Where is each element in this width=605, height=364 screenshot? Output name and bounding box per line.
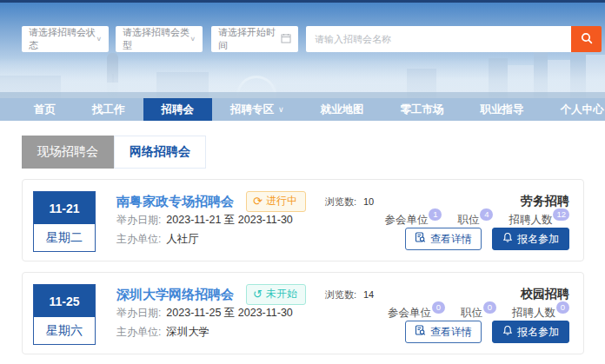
search-icon <box>580 31 594 48</box>
nav-item-home[interactable]: 首页 <box>16 98 74 121</box>
fair-date: 11-21 <box>34 192 95 224</box>
fair-status-select[interactable]: 请选择招聘会状态 ∨ <box>22 26 109 52</box>
fair-card: 11-21 星期二 南粤家政专场招聘会 ⟳ 进行中 浏览数:10 劳务招聘 举办… <box>22 179 584 261</box>
fair-title-link[interactable]: 南粤家政专场招聘会 <box>116 194 234 210</box>
stat-count-badge: 0 <box>432 301 445 314</box>
stat-headcount: 招聘人数 12 <box>509 213 569 228</box>
fair-date-block: 11-25 星期六 <box>33 284 96 345</box>
document-search-icon <box>415 232 430 246</box>
nav-item-career-guidance[interactable]: 职业指导 <box>462 98 542 121</box>
tab-onsite-fair[interactable]: 现场招聘会 <box>22 136 114 169</box>
stat-positions: 职位 0 <box>461 306 496 321</box>
main-navigation: 首页 找工作 招聘会 招聘专区 ∨ 就业地图 零工市场 职业指导 个人中心 <box>0 98 605 121</box>
stat-count-badge: 4 <box>480 208 493 221</box>
chevron-down-icon: ∨ <box>278 105 284 114</box>
clock-restart-icon: ↺ <box>253 288 263 300</box>
start-date-placeholder: 请选择开始时间 <box>218 26 281 52</box>
view-count: 浏览数:14 <box>325 288 374 301</box>
nav-item-gig-market[interactable]: 零工市场 <box>382 98 462 121</box>
nav-item-special-zone[interactable]: 招聘专区 ∨ <box>212 98 302 121</box>
fair-title-link[interactable]: 深圳大学网络招聘会 <box>116 287 234 303</box>
bell-icon <box>502 325 517 339</box>
fair-weekday: 星期二 <box>34 224 95 251</box>
stat-positions: 职位 4 <box>457 213 493 228</box>
search-button[interactable] <box>571 26 602 52</box>
organizer-value: 深圳大学 <box>166 325 209 340</box>
start-date-picker[interactable]: 请选择开始时间 <box>211 26 298 52</box>
held-date-range: 2023-11-21 至 2023-11-30 <box>166 213 292 228</box>
fair-type-placeholder: 请选择招聘会类型 <box>123 26 189 52</box>
stat-participating-units: 参会单位 1 <box>384 213 442 228</box>
organizer-label: 主办单位: <box>116 232 161 247</box>
calendar-icon <box>281 33 291 45</box>
nav-item-personal-center[interactable]: 个人中心 <box>542 98 605 121</box>
fair-mode-tabs: 现场招聘会 网络招聘会 <box>22 136 584 169</box>
fair-search-input[interactable] <box>306 26 571 52</box>
search-bar <box>306 26 602 52</box>
filter-bar: 请选择招聘会状态 ∨ 请选择招聘会类型 ∨ 请选择开始时间 <box>22 26 602 52</box>
fair-category: 校园招聘 <box>521 287 569 302</box>
nav-item-employment-map[interactable]: 就业地图 <box>302 98 382 121</box>
chevron-down-icon: ∨ <box>96 36 102 43</box>
fair-date: 11-25 <box>34 285 95 317</box>
view-count: 浏览数:10 <box>325 195 374 208</box>
organizer-value: 人社厅 <box>166 232 199 247</box>
tab-online-fair[interactable]: 网络招聘会 <box>114 136 206 169</box>
chevron-down-icon: ∨ <box>189 36 196 43</box>
signup-button[interactable]: 报名参加 <box>492 228 569 250</box>
river-water <box>0 92 605 98</box>
header-banner: 请选择招聘会状态 ∨ 请选择招聘会类型 ∨ 请选择开始时间 <box>0 3 605 98</box>
bell-icon <box>502 232 517 246</box>
fair-date-block: 11-21 星期二 <box>33 191 96 252</box>
fair-type-select[interactable]: 请选择招聘会类型 ∨ <box>116 26 203 52</box>
stat-count-badge: 12 <box>553 208 569 221</box>
stat-count-badge: 0 <box>556 301 569 314</box>
nav-item-find-job[interactable]: 找工作 <box>74 98 143 121</box>
content-area: 现场招聘会 网络招聘会 11-21 星期二 南粤家政专场招聘会 ⟳ 进行中 浏览… <box>0 136 605 354</box>
held-date-label: 举办日期: <box>116 306 161 321</box>
fair-card: 11-25 星期六 深圳大学网络招聘会 ↺ 未开始 浏览数:14 校园招聘 举办… <box>22 272 584 354</box>
status-badge: ↺ 未开始 <box>246 284 306 305</box>
fair-weekday: 星期六 <box>34 317 95 344</box>
organizer-label: 主办单位: <box>116 325 161 340</box>
fair-category: 劳务招聘 <box>521 194 569 209</box>
signup-button[interactable]: 报名参加 <box>492 321 569 343</box>
nav-item-job-fair[interactable]: 招聘会 <box>143 98 213 121</box>
document-search-icon <box>415 325 430 339</box>
stat-headcount: 招聘人数 0 <box>512 306 569 321</box>
held-date-label: 举办日期: <box>116 213 161 228</box>
view-detail-button[interactable]: 查看详情 <box>405 228 482 250</box>
view-detail-button[interactable]: 查看详情 <box>405 321 482 343</box>
refresh-icon: ⟳ <box>253 195 263 207</box>
stat-count-badge: 0 <box>483 301 496 314</box>
fair-status-placeholder: 请选择招聘会状态 <box>29 26 96 52</box>
status-badge: ⟳ 进行中 <box>246 191 306 212</box>
stat-participating-units: 参会单位 0 <box>388 306 445 321</box>
held-date-range: 2023-11-25 至 2023-11-30 <box>166 306 292 321</box>
stat-count-badge: 1 <box>429 208 442 221</box>
